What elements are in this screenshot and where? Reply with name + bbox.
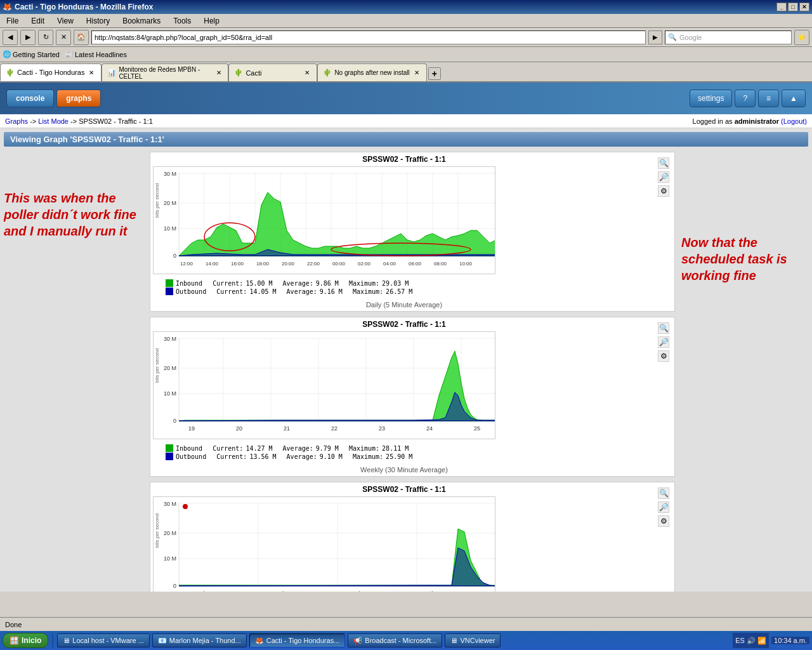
svg-text:30 M: 30 M bbox=[164, 501, 176, 507]
left-annotation: This was when the poller didn´t work fin… bbox=[4, 152, 143, 592]
svg-text:10 M: 10 M bbox=[164, 390, 176, 397]
svg-text:Week 10: Week 10 bbox=[271, 590, 293, 592]
taskbar-item-0[interactable]: 🖥 Local host - VMware ... bbox=[57, 633, 150, 647]
stop-button[interactable]: ✕ bbox=[56, 30, 71, 45]
svg-text:04:00: 04:00 bbox=[383, 261, 396, 267]
settings-button[interactable]: settings bbox=[690, 90, 732, 107]
svg-text:0: 0 bbox=[173, 583, 176, 589]
tab-no-graphs[interactable]: 🌵 No graphs after new install ✕ bbox=[317, 63, 426, 81]
go-button[interactable]: ▶ bbox=[648, 30, 662, 44]
graph-block-daily: SPSSW02 - Traffic - 1:1 bbox=[150, 152, 675, 312]
menu-bookmarks[interactable]: Bookmarks bbox=[119, 15, 164, 27]
search-bar[interactable]: 🔍 Google bbox=[665, 30, 792, 44]
graph-title-2: SPSSW02 - Traffic - 1:1 bbox=[153, 320, 655, 329]
tab-cacti-tigo[interactable]: 🌵 Cacti - Tigo Honduras ✕ bbox=[0, 63, 102, 81]
search-placeholder: Google bbox=[679, 34, 702, 41]
graph-subtitle-2: Weekly (30 Minute Average) bbox=[153, 466, 655, 474]
cacti-settings-buttons: settings ? ≡ ▲ bbox=[690, 90, 806, 107]
tab-monitoreo[interactable]: 📊 Monitoreo de Redes MPBN - CELTEL ✕ bbox=[102, 63, 228, 81]
svg-text:0: 0 bbox=[173, 418, 176, 424]
outbound-current-2: 13.56 M bbox=[249, 453, 276, 460]
svg-text:12:00: 12:00 bbox=[180, 261, 193, 267]
taskbar-icon-4: 🖥 bbox=[450, 637, 457, 644]
start-button[interactable]: 🪟 Inicio bbox=[3, 633, 48, 648]
bookmark-latest-headlines[interactable]: 📰 Latest Headlines bbox=[65, 50, 127, 58]
bookmark-star[interactable]: ⭐ bbox=[794, 30, 809, 45]
tab-label-3: No graphs after new install bbox=[334, 69, 409, 76]
close-button[interactable]: ✕ bbox=[799, 3, 809, 11]
inbound-max-label-1: Maximum: bbox=[341, 280, 379, 287]
svg-text:08:00: 08:00 bbox=[434, 261, 447, 267]
tab-cacti[interactable]: 🌵 Cacti ✕ bbox=[228, 63, 317, 81]
logout-link[interactable]: (Logout) bbox=[781, 117, 807, 125]
svg-text:21: 21 bbox=[284, 425, 290, 432]
taskbar-item-1[interactable]: 📧 Marlon Mejia - Thund... bbox=[152, 633, 247, 647]
graphs-button[interactable]: graphs bbox=[56, 90, 101, 107]
menu-edit[interactable]: Edit bbox=[27, 15, 48, 27]
taskbar-item-3[interactable]: 📢 Broadcast - Microsoft... bbox=[348, 633, 442, 647]
menu-file[interactable]: File bbox=[3, 15, 22, 27]
menu-view[interactable]: View bbox=[53, 15, 77, 27]
breadcrumb-list-mode[interactable]: List Mode bbox=[38, 117, 69, 125]
list-button[interactable]: ≡ bbox=[758, 90, 779, 107]
logged-in-user: administrator bbox=[735, 117, 779, 125]
outbound-avg-1: 9.16 M bbox=[320, 288, 343, 295]
back-button[interactable]: ◀ bbox=[3, 30, 18, 45]
svg-text:bits per second: bits per second bbox=[154, 183, 160, 218]
zoom-out-button-3[interactable]: 🔎 bbox=[658, 501, 669, 513]
minimize-button[interactable]: _ bbox=[776, 3, 787, 11]
inbound-label-1: Inbound bbox=[176, 280, 202, 287]
forward-button[interactable]: ▶ bbox=[20, 30, 36, 45]
breadcrumb-graphs[interactable]: Graphs bbox=[5, 117, 28, 125]
menu-history[interactable]: History bbox=[82, 15, 114, 27]
svg-text:22: 22 bbox=[331, 425, 337, 432]
maximize-button[interactable]: □ bbox=[788, 3, 798, 11]
menu-bar: File Edit View History Bookmarks Tools H… bbox=[0, 14, 812, 28]
outbound-max-2: 25.90 M bbox=[386, 453, 412, 460]
zoom-in-button-2[interactable]: 🔍 bbox=[658, 322, 669, 334]
settings-icon-2[interactable]: ⚙ bbox=[658, 350, 669, 362]
title-bar: 🦊 Cacti - Tigo Honduras - Mozilla Firefo… bbox=[0, 0, 812, 14]
settings-icon-1[interactable]: ⚙ bbox=[658, 185, 669, 197]
inbound-label-2: Inbound bbox=[176, 445, 202, 452]
zoom-out-button-1[interactable]: 🔎 bbox=[658, 171, 669, 183]
tab-close-0[interactable]: ✕ bbox=[87, 68, 96, 77]
svg-text:02:00: 02:00 bbox=[358, 261, 371, 267]
inbound-current-1: 15.00 M bbox=[246, 280, 272, 287]
settings-icon-3[interactable]: ⚙ bbox=[658, 515, 669, 527]
url-text: http://nqstats:84/graph.php?local_graph_… bbox=[95, 34, 272, 41]
navigation-bar: ◀ ▶ ↻ ✕ 🏠 http://nqstats:84/graph.php?lo… bbox=[0, 28, 812, 47]
breadcrumb-sep-1: -> bbox=[30, 117, 38, 125]
help-button[interactable]: ? bbox=[735, 90, 756, 107]
inbound-max-label-2: Maximum: bbox=[341, 445, 379, 452]
svg-text:20 M: 20 M bbox=[164, 365, 176, 371]
tab-close-2[interactable]: ✕ bbox=[303, 69, 311, 77]
taskbar-icon-1: 📧 bbox=[158, 637, 167, 645]
menu-tools[interactable]: Tools bbox=[169, 15, 195, 27]
bookmarks-bar: 🌐 Getting Started 📰 Latest Headlines bbox=[0, 47, 812, 62]
home-button[interactable]: 🏠 bbox=[74, 30, 89, 45]
taskbar-item-2[interactable]: 🦊 Cacti - Tigo Honduras... bbox=[249, 633, 346, 647]
graph-icons-1: 🔍 🔎 ⚙ bbox=[655, 155, 672, 199]
outbound-avg-label-2: Average: bbox=[279, 453, 317, 460]
zoom-in-button-1[interactable]: 🔍 bbox=[658, 157, 669, 169]
breadcrumb-page: SPSSW02 - Traffic - 1:1 bbox=[79, 117, 153, 125]
tab-label-1: Monitoreo de Redes MPBN - CELTEL bbox=[119, 66, 213, 80]
zoom-button[interactable]: ▲ bbox=[782, 90, 806, 107]
new-tab-button[interactable]: + bbox=[428, 67, 441, 80]
console-button[interactable]: console bbox=[6, 90, 54, 107]
outbound-max-1: 26.57 M bbox=[386, 288, 412, 295]
refresh-button[interactable]: ↻ bbox=[38, 30, 53, 45]
tab-close-3[interactable]: ✕ bbox=[412, 69, 421, 77]
bookmark-getting-started[interactable]: 🌐 Getting Started bbox=[3, 50, 60, 58]
zoom-out-button-2[interactable]: 🔎 bbox=[658, 336, 669, 348]
outbound-max-label-1: Maximum: bbox=[345, 288, 383, 295]
menu-help[interactable]: Help bbox=[200, 15, 223, 27]
outbound-current-1: 14.05 M bbox=[249, 288, 276, 295]
address-bar[interactable]: http://nqstats:84/graph.php?local_graph_… bbox=[91, 30, 646, 44]
tab-close-1[interactable]: ✕ bbox=[215, 69, 223, 77]
breadcrumb: Graphs -> List Mode -> SPSSW02 - Traffic… bbox=[0, 114, 812, 128]
tab-icon-3: 🌵 bbox=[323, 69, 332, 77]
zoom-in-button-3[interactable]: 🔍 bbox=[658, 488, 669, 499]
taskbar-item-4[interactable]: 🖥 VNCviewer bbox=[445, 633, 501, 647]
